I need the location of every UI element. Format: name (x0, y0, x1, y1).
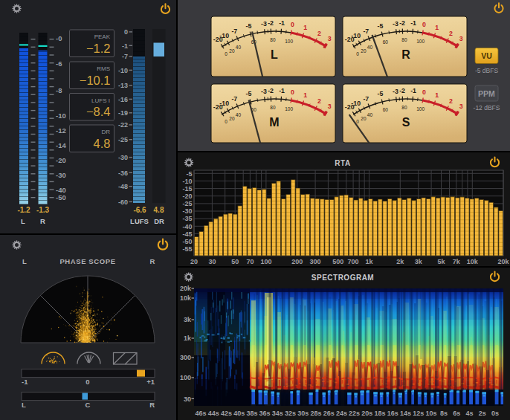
svg-text:1k: 1k (184, 335, 192, 342)
svg-text:40: 40 (236, 45, 242, 50)
svg-text:0s: 0s (491, 410, 499, 417)
svg-text:2k: 2k (396, 258, 404, 265)
svg-text:0: 0 (422, 88, 426, 96)
svg-text:0: 0 (356, 51, 359, 56)
svg-text:-1.3: -1.3 (36, 206, 50, 214)
svg-text:42s: 42s (221, 410, 232, 417)
svg-text:-7: -7 (231, 95, 237, 103)
svg-text:-10: -10 (351, 100, 361, 107)
svg-text:-50: -50 (56, 193, 66, 201)
svg-text:L: L (21, 217, 25, 225)
svg-text:-6.6: -6.6 (133, 206, 146, 214)
svg-text:-7: -7 (231, 28, 237, 35)
svg-text:-40: -40 (182, 223, 192, 230)
svg-text:80: 80 (401, 37, 407, 42)
svg-text:-30: -30 (118, 154, 128, 161)
svg-text:0: 0 (356, 119, 359, 124)
svg-text:-7: -7 (122, 53, 128, 60)
svg-text:26s: 26s (323, 410, 335, 417)
svg-text:10s: 10s (425, 410, 436, 417)
svg-text:-48: -48 (118, 183, 128, 190)
svg-text:4.8: 4.8 (94, 137, 111, 150)
svg-text:100: 100 (260, 258, 271, 265)
svg-text:-20: -20 (182, 193, 192, 200)
svg-text:500: 500 (332, 258, 343, 265)
svg-text:L: L (22, 257, 27, 265)
svg-text:R: R (401, 48, 410, 61)
svg-text:-5: -5 (377, 90, 383, 97)
svg-text:18s: 18s (374, 410, 385, 417)
svg-text:20: 20 (361, 48, 367, 54)
svg-text:-1: -1 (279, 87, 285, 94)
svg-text:20k: 20k (497, 258, 509, 265)
svg-text:-36: -36 (118, 169, 128, 177)
svg-text:8s: 8s (440, 410, 448, 417)
svg-text:40s: 40s (233, 410, 245, 417)
svg-text:5k: 5k (437, 258, 445, 265)
svg-text:-5: -5 (245, 90, 251, 97)
svg-text:2: 2 (449, 97, 453, 105)
svg-text:20k: 20k (180, 285, 192, 292)
svg-text:-13: -13 (118, 82, 128, 89)
svg-text:16s: 16s (387, 410, 398, 417)
svg-text:300: 300 (180, 354, 191, 361)
svg-text:20: 20 (361, 116, 367, 121)
svg-text:C: C (85, 401, 91, 409)
svg-text:RMS: RMS (97, 65, 110, 72)
svg-text:36s: 36s (259, 410, 271, 417)
svg-text:-5: -5 (377, 22, 383, 30)
svg-text:3k: 3k (415, 258, 423, 265)
svg-text:R: R (149, 401, 155, 409)
svg-text:12s: 12s (413, 410, 424, 417)
svg-text:20: 20 (229, 116, 235, 121)
svg-text:-10: -10 (56, 112, 66, 120)
svg-text:LUFS: LUFS (130, 217, 149, 225)
svg-text:80: 80 (401, 105, 407, 110)
svg-text:-2: -2 (268, 19, 274, 27)
svg-text:3: 3 (459, 103, 463, 110)
svg-text:-30: -30 (56, 171, 66, 179)
svg-text:30: 30 (184, 395, 191, 403)
svg-text:LUFS I: LUFS I (91, 97, 110, 104)
svg-text:2: 2 (449, 30, 453, 37)
svg-text:-1.2: -1.2 (17, 206, 30, 214)
svg-text:0: 0 (422, 21, 426, 28)
svg-text:-2: -2 (268, 87, 274, 94)
svg-text:-5 dBFS: -5 dBFS (475, 67, 499, 74)
svg-text:-19: -19 (118, 109, 128, 117)
svg-text:24s: 24s (336, 410, 347, 417)
svg-text:-30: -30 (182, 207, 192, 215)
svg-text:6s: 6s (453, 410, 460, 417)
svg-text:1: 1 (435, 24, 439, 31)
svg-text:-10: -10 (219, 100, 229, 107)
svg-text:R: R (40, 217, 45, 225)
svg-text:10k: 10k (180, 294, 192, 302)
svg-text:0: 0 (85, 378, 89, 386)
svg-text:-25: -25 (118, 136, 128, 143)
svg-text:-10: -10 (182, 178, 192, 185)
svg-text:VU: VU (481, 51, 492, 60)
svg-text:3: 3 (459, 35, 463, 42)
svg-text:38s: 38s (246, 410, 257, 417)
svg-text:0: 0 (225, 119, 227, 124)
svg-text:70: 70 (246, 258, 254, 265)
svg-text:R: R (150, 257, 155, 265)
svg-text:-3: -3 (393, 88, 398, 95)
svg-text:-1: -1 (410, 87, 416, 94)
svg-text:L: L (22, 401, 26, 409)
svg-text:-1: -1 (279, 19, 285, 27)
svg-text:200: 200 (291, 258, 303, 265)
svg-text:SPECTROGRAM: SPECTROGRAM (312, 274, 374, 282)
svg-text:20: 20 (190, 258, 198, 265)
svg-text:28s: 28s (310, 410, 321, 417)
svg-text:700: 700 (348, 258, 359, 265)
svg-text:-16: -16 (118, 96, 128, 103)
svg-text:-10: -10 (118, 67, 128, 74)
svg-text:100: 100 (285, 39, 293, 44)
svg-text:-5: -5 (245, 22, 251, 30)
svg-text:80: 80 (270, 37, 276, 42)
svg-text:1: 1 (303, 24, 307, 31)
svg-text:DR: DR (101, 129, 110, 135)
svg-text:PHASE SCOPE: PHASE SCOPE (59, 257, 115, 265)
svg-text:50: 50 (231, 258, 239, 265)
